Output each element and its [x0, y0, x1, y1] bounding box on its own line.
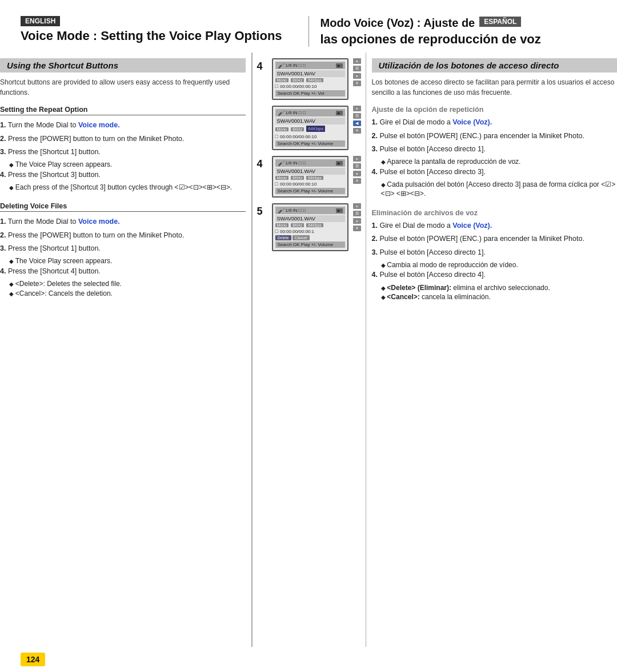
ds-topleft-2: 🎤 1/6 IN □ □: [278, 110, 306, 116]
step-num: 1.: [372, 118, 378, 126]
step-num: 1.: [372, 222, 378, 230]
ds-play-btn-2: ▶: [336, 111, 343, 115]
ds-inforow-3: Mono 8KHz 64Kbps: [275, 176, 345, 180]
step-en-d4: 4. Press the [Shortcut 4] button.: [0, 266, 246, 276]
bullet-item: <Cancel>: Cancels the deletion.: [9, 289, 246, 299]
clock-icon-3: □: [275, 181, 278, 187]
bullet-item: Each press of the [Shortcut 3] button cy…: [9, 183, 246, 192]
step-num: 2.: [372, 132, 378, 140]
clock-icon-1: □: [275, 83, 278, 89]
side-icon-4d: ✕: [353, 226, 361, 231]
ds-khz-3: 8KHz: [291, 176, 304, 180]
ds-bottombar-1: Search OK Play +/- Vol: [275, 90, 345, 96]
footer: 124: [0, 647, 617, 672]
clock-icon-2: □: [275, 134, 278, 139]
english-badge: ENGLISH: [21, 16, 60, 26]
ds-filename-1: SWAV0001.WAV: [275, 70, 345, 77]
ds-topright-1: ▶: [336, 63, 343, 68]
step-label-5: 5: [257, 203, 269, 218]
ds-khz-4: 8KHz: [291, 223, 304, 227]
ds-topleft-1: 🎤 1/6 IN □ □: [278, 62, 306, 69]
step-text: Pulse el botón [POWER] (ENC.) para encen…: [379, 235, 584, 243]
title-spanish-prefix: Modo Voice (Voz) : Ajuste de: [320, 16, 475, 30]
title-english: Voice Mode : Setting the Voice Play Opti…: [21, 29, 297, 43]
step-num: 4.: [372, 168, 378, 176]
device-screen-4: 🎤 1/6 IN □ □ ▶ SWAV0001.WAV Mono 8KHz 64…: [272, 203, 348, 251]
ds-topleft-4: 🎤 1/6 IN □ □: [278, 207, 306, 214]
intro-en: Shortcut buttons are provided to allow u…: [0, 77, 246, 98]
ds-indicators: IN □ □: [293, 63, 306, 68]
step-voice: Voice (Voz).: [452, 118, 492, 126]
step-label-4a: 4: [257, 58, 269, 73]
side-icon-1a: ≡: [353, 58, 361, 64]
device-block-2: 🎤 1/6 IN □ □ ▶ SWAV0001.WAV Mono 8KHz 64…: [257, 106, 361, 150]
ds-topleft-3: 🎤 1/6 IN □ □: [278, 160, 306, 166]
ds-mono-1: Mono: [275, 78, 289, 82]
side-icon-3d: ✕: [353, 178, 361, 184]
ds-kbps-1: 64Kbps: [306, 78, 323, 82]
espanol-badge: ESPAÑOL: [479, 17, 521, 27]
step-text: Turn the Mode Dial to: [8, 121, 78, 129]
delete-button[interactable]: Delete: [275, 235, 291, 240]
step-label-blank: [257, 106, 269, 108]
ds-topbar-3: 🎤 1/6 IN □ □ ▶: [275, 159, 345, 167]
deleting-steps-en: 1. Turn the Mode Dial to Voice mode. 2. …: [0, 216, 246, 298]
ds-bottombar-2: Search OK Play +/- Volume: [275, 140, 345, 147]
side-icon-1b: ☰: [353, 66, 361, 71]
step-num: 2.: [0, 231, 6, 239]
col-spanish: Utilización de los botones de acceso dir…: [366, 53, 618, 647]
ds-kbps-3: 64Kbps: [306, 176, 323, 180]
step-voice: Voice mode.: [78, 121, 120, 129]
side-icon-3c: ≡: [353, 171, 361, 176]
ds-indicators-3: IN □ □: [293, 160, 306, 166]
step-text: Pulse el botón [Acceso directo 3].: [379, 168, 486, 176]
ds-inforow-2: Mono 8KHz 64Kbps: [275, 126, 345, 132]
repeat-title-en: Setting the Repeat Option: [0, 106, 246, 115]
header-right: Modo Voice (Voz) : Ajuste de ESPAÑOL las…: [308, 16, 597, 47]
subsection-repeat-es: Ajuste de la opción de repetición 1. Gir…: [372, 106, 618, 199]
step-num: 1.: [0, 121, 6, 129]
step-es-2: 2. Pulse el botón [POWER] (ENC.) para en…: [372, 131, 618, 141]
header-left: ENGLISH Voice Mode : Setting the Voice P…: [21, 16, 308, 43]
header-right-inner: Modo Voice (Voz) : Ajuste de ESPAÑOL las…: [320, 16, 597, 47]
side-icon-1d: ✕: [353, 81, 361, 86]
page: ENGLISH Voice Mode : Setting the Voice P…: [0, 0, 617, 672]
ds-play-btn: ▶: [336, 63, 343, 68]
bullet-item: Cambia al modo de reproducción de vídeo.: [381, 260, 618, 270]
device-screen-1: 🎤 1/6 IN □ □ ▶ SWAV0001.WAV Mono 8KHz 64…: [272, 58, 348, 100]
step-num: 2.: [0, 135, 6, 143]
ds-fraction-2: 1/6: [286, 110, 292, 115]
step-es-4: 4. Pulse el botón [Acceso directo 3].: [372, 167, 618, 177]
step-text: Pulse el botón [Acceso directo 1].: [379, 145, 486, 153]
side-icon-3b: ☰: [353, 163, 361, 169]
mic-icon-4: 🎤: [278, 207, 285, 214]
ds-filename-2: SWAV0001.WAV: [275, 118, 345, 124]
subsection-deleting-es: Eliminación de archivos de voz 1. Gire e…: [372, 209, 618, 302]
side-icon-1c: ≡: [353, 73, 361, 79]
device-block-3: 4 🎤 1/6 IN □ □ ▶ SWAV0001.WAV: [257, 156, 361, 198]
device-block-4: 5 🎤 1/6 IN □ □ ▶ SWAV0001.WAV: [257, 203, 361, 251]
device-screen-3: 🎤 1/6 IN □ □ ▶ SWAV0001.WAV Mono 8KHz 64…: [272, 156, 348, 198]
screens-column: 4 🎤 1/6 IN □ □ ▶ SWAV0001.WAV: [252, 53, 366, 647]
intro-es: Los botones de acceso directo se facilit…: [372, 77, 618, 98]
ds-topbar-1: 🎤 1/6 IN □ □ ▶: [275, 62, 345, 69]
step-text: Press the [Shortcut 1] button.: [8, 148, 101, 156]
ds-mono-3: Mono: [275, 176, 289, 180]
subsection-deleting-en: Deleting Voice Files 1. Turn the Mode Di…: [0, 202, 246, 298]
step-en-3: 3. Press the [Shortcut 1] button.: [0, 147, 246, 157]
step-num: 3.: [372, 248, 378, 256]
cancel-button[interactable]: Cancel: [293, 235, 310, 240]
side-icon-2a: ≡: [353, 106, 361, 111]
side-icon-4a: ≡: [353, 203, 361, 209]
ds-time-3: □ 00:00:00/00:00:10: [275, 181, 345, 187]
ds-topright-3: ▶: [336, 161, 343, 166]
ds-play-btn-4: ▶: [336, 208, 343, 213]
step-text: Pulse el botón [Acceso directo 4].: [379, 271, 486, 279]
side-icon-3a: ≡: [353, 156, 361, 162]
bullet-item: The Voice Play screen appears.: [9, 256, 246, 266]
step-text: Turn the Mode Dial to: [8, 218, 78, 226]
page-number: 124: [21, 653, 45, 666]
step-text: Gire el Dial de modo a: [379, 222, 452, 230]
mic-icon-2: 🎤: [278, 110, 285, 116]
ds-indicators-4: IN □ □: [293, 208, 306, 213]
